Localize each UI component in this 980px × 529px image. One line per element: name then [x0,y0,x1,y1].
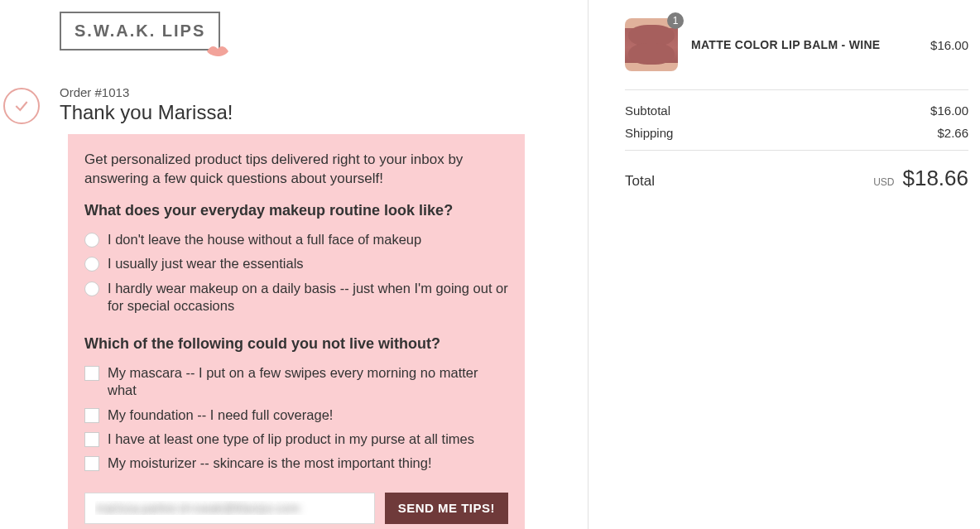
product-price: $16.00 [930,38,968,52]
q2-option-label: My foundation -- I need full coverage! [108,406,333,424]
q2-option-label: My moisturizer -- skincare is the most i… [108,454,432,472]
brand-logo: S.W.A.K. LIPS [60,12,220,50]
send-tips-button[interactable]: SEND ME TIPS! [385,493,508,524]
product-name: MATTE COLOR LIP BALM - WINE [691,38,917,51]
q1-radio-2[interactable] [84,281,99,296]
divider [625,89,968,90]
shipping-label: Shipping [625,126,673,140]
q1-radio-0[interactable] [84,233,99,248]
q2-check-0[interactable] [84,366,99,381]
currency-code: USD [873,176,894,188]
order-summary: 1 MATTE COLOR LIP BALM - WINE $16.00 Sub… [588,0,980,529]
q1-option-label: I hardly wear makeup on a daily basis --… [108,280,508,315]
subtotal-label: Subtotal [625,103,670,118]
q2-check-2[interactable] [84,432,99,447]
q1-option-label: I usually just wear the essentials [108,255,304,272]
email-field[interactable] [84,493,375,524]
survey-q2: Which of the following could you not liv… [84,335,508,353]
total-amount: $18.66 [902,166,968,191]
order-number: Order #1013 [60,85,588,99]
survey-intro: Get personalized product tips delivered … [84,151,508,189]
product-thumbnail: 1 [625,18,678,71]
thank-you-heading: Thank you Marissa! [60,101,588,124]
quantity-badge: 1 [667,12,684,29]
total-label: Total [625,173,655,190]
q2-option-label: My mascara -- I put on a few swipes ever… [108,364,508,400]
q2-option-label: I have at least one type of lip product … [108,430,474,448]
divider [625,150,968,151]
q1-option-label: I don't leave the house without a full f… [108,231,421,248]
q2-check-3[interactable] [84,456,99,471]
survey-panel: Get personalized product tips delivered … [68,134,525,529]
success-check-icon [3,88,40,124]
subtotal-value: $16.00 [930,103,968,118]
survey-q1: What does your everyday makeup routine l… [84,202,508,219]
q2-check-1[interactable] [84,408,99,423]
shipping-value: $2.66 [937,126,968,140]
q1-radio-1[interactable] [84,257,99,272]
brand-name: S.W.A.K. LIPS [60,12,220,50]
lips-icon [205,44,230,59]
